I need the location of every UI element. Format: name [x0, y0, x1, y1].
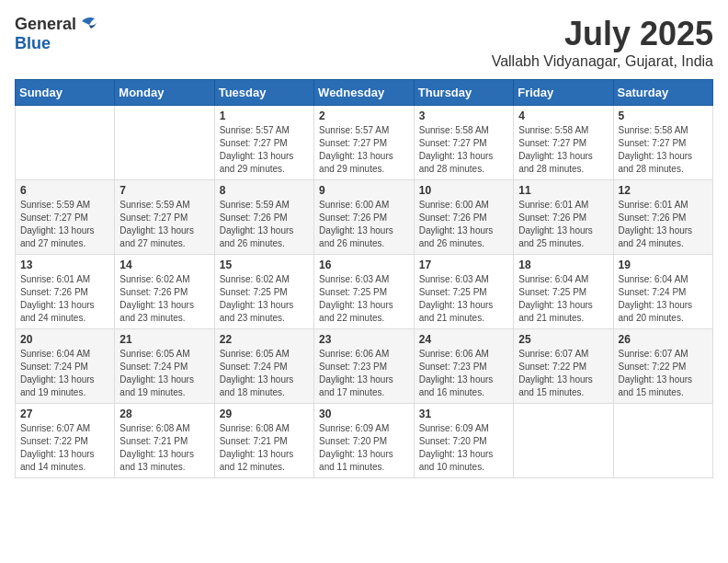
calendar-cell: 31Sunrise: 6:09 AM Sunset: 7:20 PM Dayli… — [414, 404, 513, 478]
cell-content: Sunrise: 6:09 AM Sunset: 7:20 PM Dayligh… — [419, 422, 508, 474]
cell-content: Sunrise: 6:02 AM Sunset: 7:26 PM Dayligh… — [119, 273, 209, 325]
calendar-cell: 1Sunrise: 5:57 AM Sunset: 7:27 PM Daylig… — [214, 106, 313, 180]
calendar-cell: 26Sunrise: 6:07 AM Sunset: 7:22 PM Dayli… — [613, 329, 713, 404]
day-number: 30 — [319, 408, 409, 420]
calendar-cell: 25Sunrise: 6:07 AM Sunset: 7:22 PM Dayli… — [514, 329, 613, 404]
calendar-cell: 14Sunrise: 6:02 AM Sunset: 7:26 PM Dayli… — [115, 255, 214, 329]
cell-content: Sunrise: 6:05 AM Sunset: 7:24 PM Dayligh… — [119, 348, 209, 399]
weekday-header-friday: Friday — [514, 80, 613, 106]
day-number: 6 — [20, 184, 109, 197]
calendar-cell: 15Sunrise: 6:02 AM Sunset: 7:25 PM Dayli… — [214, 255, 313, 329]
cell-content: Sunrise: 6:04 AM Sunset: 7:25 PM Dayligh… — [518, 273, 608, 325]
calendar-cell: 23Sunrise: 6:06 AM Sunset: 7:23 PM Dayli… — [314, 329, 415, 404]
weekday-header-saturday: Saturday — [613, 80, 713, 106]
calendar-cell — [613, 404, 713, 478]
calendar-cell — [115, 106, 214, 180]
calendar-cell: 20Sunrise: 6:04 AM Sunset: 7:24 PM Dayli… — [16, 329, 115, 404]
calendar-cell: 30Sunrise: 6:09 AM Sunset: 7:20 PM Dayli… — [314, 404, 415, 478]
calendar-cell — [16, 106, 115, 180]
logo-blue-text: Blue — [15, 34, 51, 53]
title-area: July 2025 Vallabh Vidyanagar, Gujarat, I… — [492, 15, 713, 70]
weekday-header-monday: Monday — [115, 80, 214, 106]
day-number: 8 — [220, 184, 309, 197]
calendar-cell: 28Sunrise: 6:08 AM Sunset: 7:21 PM Dayli… — [115, 404, 214, 478]
calendar-cell: 5Sunrise: 5:58 AM Sunset: 7:27 PM Daylig… — [613, 106, 713, 180]
cell-content: Sunrise: 5:59 AM Sunset: 7:26 PM Dayligh… — [220, 199, 309, 250]
day-number: 1 — [220, 109, 309, 122]
calendar-cell: 8Sunrise: 5:59 AM Sunset: 7:26 PM Daylig… — [214, 180, 313, 255]
calendar-cell: 18Sunrise: 6:04 AM Sunset: 7:25 PM Dayli… — [514, 255, 613, 329]
logo-bird-icon — [78, 14, 98, 32]
day-number: 24 — [419, 333, 508, 346]
weekday-header-sunday: Sunday — [16, 80, 115, 106]
calendar-week-1: 1Sunrise: 5:57 AM Sunset: 7:27 PM Daylig… — [16, 106, 713, 180]
calendar-cell: 13Sunrise: 6:01 AM Sunset: 7:26 PM Dayli… — [16, 255, 115, 329]
cell-content: Sunrise: 6:04 AM Sunset: 7:24 PM Dayligh… — [20, 348, 109, 399]
day-number: 22 — [220, 333, 309, 346]
calendar-cell: 16Sunrise: 6:03 AM Sunset: 7:25 PM Dayli… — [314, 255, 415, 329]
cell-content: Sunrise: 5:57 AM Sunset: 7:27 PM Dayligh… — [220, 124, 309, 176]
logo: General Blue — [15, 15, 98, 53]
cell-content: Sunrise: 6:08 AM Sunset: 7:21 PM Dayligh… — [119, 422, 209, 474]
calendar-week-2: 6Sunrise: 5:59 AM Sunset: 7:27 PM Daylig… — [16, 180, 713, 255]
cell-content: Sunrise: 5:58 AM Sunset: 7:27 PM Dayligh… — [419, 124, 508, 176]
cell-content: Sunrise: 5:59 AM Sunset: 7:27 PM Dayligh… — [20, 199, 109, 250]
calendar-week-3: 13Sunrise: 6:01 AM Sunset: 7:26 PM Dayli… — [16, 255, 713, 329]
day-number: 16 — [319, 259, 409, 271]
cell-content: Sunrise: 6:00 AM Sunset: 7:26 PM Dayligh… — [419, 199, 508, 250]
calendar-cell: 11Sunrise: 6:01 AM Sunset: 7:26 PM Dayli… — [514, 180, 613, 255]
day-number: 7 — [119, 184, 209, 197]
day-number: 12 — [619, 184, 709, 197]
cell-content: Sunrise: 6:06 AM Sunset: 7:23 PM Dayligh… — [419, 348, 508, 399]
calendar-cell: 17Sunrise: 6:03 AM Sunset: 7:25 PM Dayli… — [414, 255, 513, 329]
cell-content: Sunrise: 6:08 AM Sunset: 7:21 PM Dayligh… — [220, 422, 309, 474]
cell-content: Sunrise: 6:09 AM Sunset: 7:20 PM Dayligh… — [319, 422, 409, 474]
cell-content: Sunrise: 5:58 AM Sunset: 7:27 PM Dayligh… — [518, 124, 608, 176]
calendar-week-5: 27Sunrise: 6:07 AM Sunset: 7:22 PM Dayli… — [16, 404, 713, 478]
day-number: 17 — [419, 259, 508, 271]
calendar-cell: 4Sunrise: 5:58 AM Sunset: 7:27 PM Daylig… — [514, 106, 613, 180]
day-number: 10 — [419, 184, 508, 197]
calendar-cell: 22Sunrise: 6:05 AM Sunset: 7:24 PM Dayli… — [214, 329, 313, 404]
cell-content: Sunrise: 5:58 AM Sunset: 7:27 PM Dayligh… — [619, 124, 709, 176]
day-number: 26 — [619, 333, 709, 346]
calendar-cell: 19Sunrise: 6:04 AM Sunset: 7:24 PM Dayli… — [613, 255, 713, 329]
day-number: 14 — [119, 259, 209, 271]
calendar-cell: 29Sunrise: 6:08 AM Sunset: 7:21 PM Dayli… — [214, 404, 313, 478]
location-text: Vallabh Vidyanagar, Gujarat, India — [492, 53, 713, 70]
cell-content: Sunrise: 6:03 AM Sunset: 7:25 PM Dayligh… — [319, 273, 409, 325]
day-number: 4 — [518, 109, 608, 122]
calendar-cell: 9Sunrise: 6:00 AM Sunset: 7:26 PM Daylig… — [314, 180, 415, 255]
cell-content: Sunrise: 5:57 AM Sunset: 7:27 PM Dayligh… — [319, 124, 409, 176]
day-number: 23 — [319, 333, 409, 346]
day-number: 3 — [419, 109, 508, 122]
day-number: 31 — [419, 408, 508, 420]
weekday-header-row: SundayMondayTuesdayWednesdayThursdayFrid… — [16, 80, 713, 106]
cell-content: Sunrise: 6:02 AM Sunset: 7:25 PM Dayligh… — [220, 273, 309, 325]
cell-content: Sunrise: 6:01 AM Sunset: 7:26 PM Dayligh… — [518, 199, 608, 250]
calendar-cell: 7Sunrise: 5:59 AM Sunset: 7:27 PM Daylig… — [115, 180, 214, 255]
weekday-header-tuesday: Tuesday — [214, 80, 313, 106]
calendar-cell: 6Sunrise: 5:59 AM Sunset: 7:27 PM Daylig… — [16, 180, 115, 255]
cell-content: Sunrise: 6:04 AM Sunset: 7:24 PM Dayligh… — [619, 273, 709, 325]
cell-content: Sunrise: 6:07 AM Sunset: 7:22 PM Dayligh… — [20, 422, 109, 474]
cell-content: Sunrise: 6:07 AM Sunset: 7:22 PM Dayligh… — [518, 348, 608, 399]
day-number: 9 — [319, 184, 409, 197]
day-number: 28 — [119, 408, 209, 420]
day-number: 25 — [518, 333, 608, 346]
cell-content: Sunrise: 6:05 AM Sunset: 7:24 PM Dayligh… — [220, 348, 309, 399]
calendar-cell: 12Sunrise: 6:01 AM Sunset: 7:26 PM Dayli… — [613, 180, 713, 255]
calendar-table: SundayMondayTuesdayWednesdayThursdayFrid… — [15, 79, 713, 478]
day-number: 15 — [220, 259, 309, 271]
day-number: 5 — [619, 109, 709, 122]
logo-general-text: General — [15, 15, 76, 34]
day-number: 21 — [119, 333, 209, 346]
cell-content: Sunrise: 5:59 AM Sunset: 7:27 PM Dayligh… — [119, 199, 209, 250]
month-year-title: July 2025 — [492, 15, 713, 53]
calendar-cell: 24Sunrise: 6:06 AM Sunset: 7:23 PM Dayli… — [414, 329, 513, 404]
calendar-cell: 3Sunrise: 5:58 AM Sunset: 7:27 PM Daylig… — [414, 106, 513, 180]
cell-content: Sunrise: 6:07 AM Sunset: 7:22 PM Dayligh… — [619, 348, 709, 399]
weekday-header-thursday: Thursday — [414, 80, 513, 106]
day-number: 27 — [20, 408, 109, 420]
day-number: 11 — [518, 184, 608, 197]
